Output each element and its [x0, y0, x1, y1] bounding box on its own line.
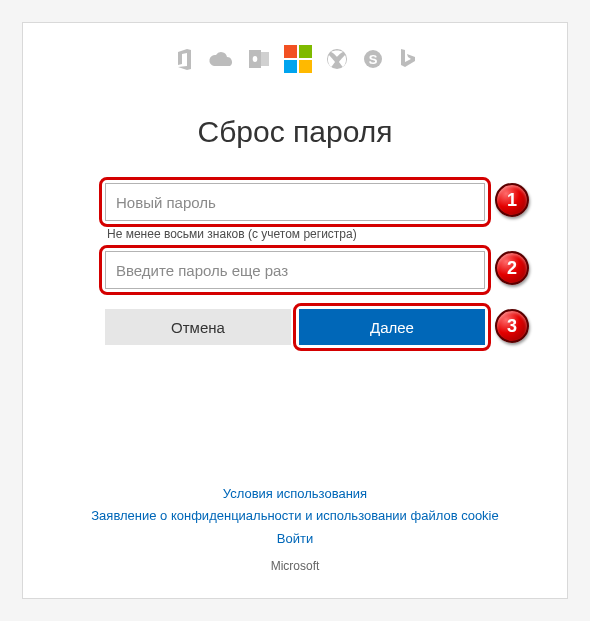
next-button[interactable]: Далее	[299, 309, 485, 345]
signin-link[interactable]: Войти	[277, 531, 313, 546]
annotation-badge-3: 3	[495, 309, 529, 343]
xbox-icon	[326, 48, 348, 70]
page-title: Сброс пароля	[23, 115, 567, 149]
cancel-button[interactable]: Отмена	[105, 309, 291, 345]
annotation-badge-1: 1	[495, 183, 529, 217]
terms-link[interactable]: Условия использования	[223, 486, 367, 501]
trademark-text: Microsoft	[23, 556, 567, 576]
office-icon	[174, 48, 194, 70]
brand-row: S	[23, 43, 567, 75]
confirm-password-input[interactable]	[105, 251, 485, 289]
privacy-link[interactable]: Заявление о конфиденциальности и использ…	[91, 508, 498, 523]
onedrive-icon	[208, 50, 234, 68]
button-row: Отмена Далее 3	[105, 309, 485, 345]
microsoft-logo	[284, 45, 312, 73]
outlook-icon	[248, 49, 270, 69]
svg-point-2	[253, 56, 258, 62]
password-hint: Не менее восьми знаков (с учетом регистр…	[107, 227, 485, 241]
new-password-wrap: 1	[105, 183, 485, 221]
svg-text:S: S	[369, 52, 378, 67]
skype-icon: S	[362, 48, 384, 70]
annotation-badge-2: 2	[495, 251, 529, 285]
confirm-password-wrap: 2	[105, 251, 485, 289]
footer: Условия использования Заявление о конфид…	[23, 483, 567, 576]
reset-password-card: S Сброс пароля 1 Не менее восьми знаков …	[22, 22, 568, 599]
bing-icon	[398, 48, 416, 70]
reset-form: 1 Не менее восьми знаков (с учетом регис…	[105, 183, 485, 345]
new-password-input[interactable]	[105, 183, 485, 221]
